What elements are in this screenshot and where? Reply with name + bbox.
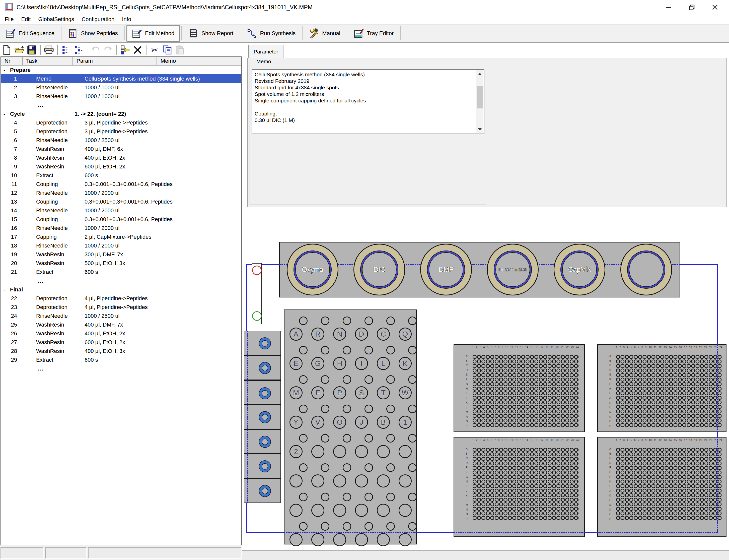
task-nr-cell: 15 (1, 215, 17, 224)
plate-row-label: L (466, 406, 468, 409)
task-row-16[interactable]: 16RinseNeedle1000 / 2000 ul (1, 224, 241, 232)
plate-row-label: P (466, 518, 468, 520)
tubing-through-bottles (279, 264, 680, 265)
task-row-6[interactable]: 6RinseNeedle1000 / 2500 ul (1, 136, 241, 145)
task-name-cell: WashResin (36, 259, 64, 268)
manual-button[interactable]: Manual (304, 26, 345, 41)
task-row-7[interactable]: 7WashResin400 µl, DMF, 6x (1, 145, 241, 153)
task-row-19[interactable]: 19WashResin300 µl, DMF, 7x (1, 250, 241, 259)
plate-col-label: 6 (634, 346, 636, 349)
task-row-15[interactable]: 15Coupling0.3+0.001+0.3+0.001+0.6, Pepti… (1, 215, 241, 224)
rack-small-well (343, 317, 351, 325)
task-row-26[interactable]: 26WashResin400 µl, EtOH, 2x (1, 329, 241, 338)
task-row-21[interactable]: 21Extract600 s (1, 268, 241, 276)
tray-editor-button[interactable]: Tray Editor (349, 26, 398, 41)
run-synthesis-button[interactable]: Run Synthesis (242, 26, 301, 41)
paste-icon[interactable] (174, 44, 185, 55)
scroll-up-icon[interactable] (476, 70, 483, 78)
task-row-11[interactable]: 11Coupling0.3+0.001+0.3+0.001+0.6, Pepti… (1, 180, 241, 189)
task-row-29[interactable]: 29Extract600 s (1, 355, 241, 364)
cut-icon[interactable]: ✂ (149, 44, 160, 55)
task-row-17[interactable]: 17Capping2 µl, CapMixture->Peptides (1, 232, 241, 241)
task-row-25[interactable]: 25WashResin400 µl, DMF, 7x (1, 320, 241, 329)
scroll-down-icon[interactable] (476, 126, 483, 133)
task-group-cycle[interactable]: -Cycle1. -> 22. (count= 22) (1, 109, 241, 118)
show-report-button[interactable]: Show Report (183, 26, 238, 41)
task-group-final[interactable]: -Final (1, 285, 241, 294)
tab-parameter[interactable]: Parameter (248, 45, 284, 58)
task-param-cell: 1000 / 2000 ul (85, 224, 119, 232)
rack-vial-label: C (381, 330, 386, 338)
task-row-14[interactable]: 14RinseNeedle1000 / 2000 ul (1, 206, 241, 215)
task-row-2[interactable]: 2RinseNeedle1000 / 1000 ul (1, 83, 241, 92)
menu-item-globalsettings[interactable]: GlobalSettings (34, 15, 78, 24)
group-collapse-toggle[interactable]: - (4, 66, 5, 74)
task-row-23[interactable]: 23Deprotection4 µl, Piperidine->Peptides (1, 303, 241, 312)
task-row-18[interactable]: 18RinseNeedle1000 / 2000 ul (1, 241, 241, 250)
task-row-24[interactable]: 24RinseNeedle1000 / 2500 ul (1, 312, 241, 320)
group-label: Final (10, 285, 23, 294)
task-row-28[interactable]: 28WashResin400 µl, EtOH, 3x (1, 347, 241, 355)
task-row-12[interactable]: 12RinseNeedle1000 / 2000 ul (1, 189, 241, 197)
task-row-5[interactable]: 5Deprotection3 µl, Piperidine->Peptides (1, 127, 241, 136)
edit-sequence-button[interactable]: Edit Sequence (1, 26, 59, 41)
edit-method-button[interactable]: Edit Method (126, 25, 180, 42)
valve-port-icon (260, 436, 271, 447)
task-row-4[interactable]: 4Deprotection3 µl, Piperidine->Peptides (1, 118, 241, 127)
delete-task-icon[interactable] (132, 44, 143, 55)
group-collapse-toggle[interactable]: - (4, 285, 5, 294)
insert-task-icon[interactable] (120, 44, 131, 55)
bottle-label: Oxyma (302, 266, 324, 274)
rack-small-well (364, 463, 373, 472)
print-icon[interactable] (43, 44, 54, 55)
task-ellipsis-row[interactable]: ... (1, 364, 241, 373)
plate-row-label: M (609, 504, 611, 506)
task-ellipsis-row[interactable]: ... (1, 276, 241, 285)
ellipsis-label: ... (38, 276, 44, 285)
memo-scrollbar[interactable] (476, 70, 483, 133)
task-row-3[interactable]: 3RinseNeedle1000 / 1000 ul (1, 92, 241, 101)
save-icon[interactable] (26, 44, 37, 55)
scrollbar-thumb[interactable] (477, 86, 483, 108)
task-nr-cell: 25 (1, 320, 17, 329)
task-row-22[interactable]: 22Deprotection4 µl, Piperidine->Peptides (1, 294, 241, 303)
task-nr-cell: 2 (1, 83, 17, 92)
task-row-13[interactable]: 13Coupling0.3+0.001+0.3+0.001+0.6, Pepti… (1, 197, 241, 206)
plate-row-label: N (609, 508, 611, 511)
copy-icon[interactable] (162, 44, 173, 55)
column-header-nr[interactable]: Nr (1, 57, 23, 65)
task-row-10[interactable]: 10Extract600 s (1, 171, 241, 180)
rack-vial-r: R (311, 328, 325, 341)
task-ellipsis-row[interactable]: ... (1, 101, 241, 109)
task-row-27[interactable]: 27WashResin600 µl, EtOH, 2x (1, 338, 241, 347)
restore-button[interactable] (680, 0, 703, 15)
task-row-20[interactable]: 20WashResin500 µl, EtOH, 3x (1, 259, 241, 268)
show-peptides-button[interactable]: Show Peptides (63, 26, 123, 41)
new-icon[interactable] (1, 44, 12, 55)
menu-item-edit[interactable]: Edit (17, 15, 34, 24)
column-header-param[interactable]: Param (73, 57, 157, 65)
open-icon[interactable] (14, 44, 25, 55)
redo-icon[interactable] (103, 44, 114, 55)
plate-col-label: 2 (476, 439, 478, 442)
close-button[interactable] (703, 0, 726, 15)
menu-item-file[interactable]: File (1, 15, 17, 24)
plate-col-label: 20 (556, 439, 558, 442)
minimize-button[interactable] (657, 0, 680, 15)
task-row-9[interactable]: 9WashResin600 µl, EtOH, 2x (1, 162, 241, 171)
task-group-prepare[interactable]: -Prepare (1, 66, 241, 74)
task-row-8[interactable]: 8WashResin400 µl, EtOH, 2x (1, 153, 241, 162)
task-row-1[interactable]: 1MemoCelluSpots synthesis method (384 si… (1, 74, 241, 83)
group-collapse-toggle[interactable]: - (4, 109, 5, 118)
rack-vial-w: W (398, 386, 412, 399)
memo-textarea[interactable]: CelluSpots synthesis method (384 single … (252, 69, 484, 134)
task-param-cell: 1000 / 2500 ul (85, 136, 119, 145)
task-list-icon[interactable] (60, 44, 72, 55)
column-header-memo[interactable]: Memo (157, 57, 241, 65)
menu-item-configuration[interactable]: Configuration (78, 15, 118, 24)
undo-icon[interactable] (90, 44, 101, 55)
valve-port-icon (260, 461, 271, 472)
menu-item-info[interactable]: Info (118, 15, 135, 24)
task-tree-icon[interactable] (73, 44, 84, 55)
column-header-task[interactable]: Task (23, 57, 73, 65)
